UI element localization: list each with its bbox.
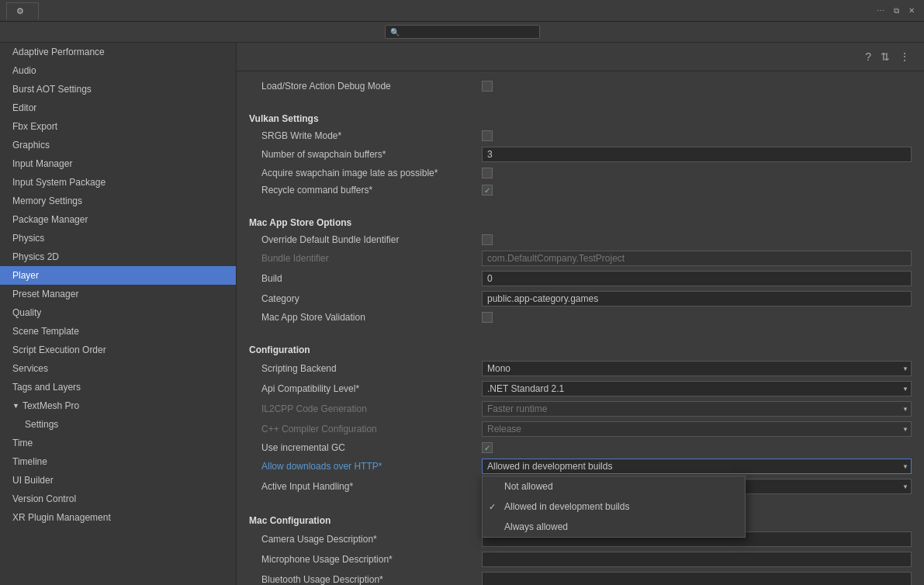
sidebar-item-player[interactable]: Player bbox=[0, 266, 236, 285]
setting-label: Api Compatibility Level* bbox=[249, 383, 482, 394]
setting-row: Scripting BackendMono▼ bbox=[249, 358, 912, 379]
sidebar-item-graphics[interactable]: Graphics bbox=[0, 136, 236, 154]
checkbox[interactable] bbox=[482, 168, 493, 178]
setting-row: Bluetooth Usage Description* bbox=[249, 569, 912, 585]
setting-label: Load/Store Action Debug Mode bbox=[249, 81, 482, 92]
sidebar-item-adaptive-performance[interactable]: Adaptive Performance bbox=[0, 43, 236, 61]
sidebar-item-label: Input System Package bbox=[12, 177, 106, 188]
dropdown-option[interactable]: Always allowed bbox=[483, 517, 745, 537]
setting-label: Bundle Identifier bbox=[249, 253, 482, 264]
sidebar-item-physics-2d[interactable]: Physics 2D bbox=[0, 248, 236, 266]
content-panel: ? ⇅ ⋮ Load/Store Action Debug ModeVulkan… bbox=[237, 43, 924, 585]
sidebar-item-label: Burst AOT Settings bbox=[12, 84, 92, 95]
sidebar-item-services[interactable]: Services bbox=[0, 359, 236, 378]
sidebar-item-label: XR Plugin Management bbox=[12, 512, 111, 523]
setting-row: Recycle command buffers*✓ bbox=[249, 182, 912, 199]
sidebar-item-preset-manager[interactable]: Preset Manager bbox=[0, 285, 236, 303]
dropdown-wrapper: Release▼ bbox=[482, 421, 912, 437]
menu-icon[interactable]: ⋯ bbox=[874, 5, 887, 17]
sidebar-item-quality[interactable]: Quality bbox=[0, 303, 236, 322]
sidebar: Adaptive PerformanceAudioBurst AOT Setti… bbox=[0, 43, 237, 585]
sidebar-item-time[interactable]: Time bbox=[0, 434, 236, 452]
sidebar-item-label: Adaptive Performance bbox=[12, 47, 105, 57]
setting-value bbox=[482, 552, 912, 567]
setting-value: .NET Standard 2.1▼ bbox=[482, 381, 912, 396]
setting-value bbox=[482, 168, 912, 178]
sidebar-item-audio[interactable]: Audio bbox=[0, 61, 236, 80]
help-icon[interactable]: ? bbox=[863, 49, 873, 64]
sidebar-item-label: Services bbox=[12, 363, 48, 374]
sidebar-item-label: Fbx Export bbox=[12, 121, 57, 132]
sidebar-item-input-system[interactable]: Input System Package bbox=[0, 173, 236, 192]
text-input bbox=[482, 251, 912, 266]
setting-value bbox=[482, 271, 912, 286]
sidebar-item-textmesh-settings[interactable]: Settings bbox=[0, 415, 236, 434]
header-icons: ? ⇅ ⋮ bbox=[863, 49, 912, 64]
setting-label: Override Default Bundle Identifier bbox=[249, 234, 482, 245]
checkbox-wrapper bbox=[482, 234, 912, 245]
dropdown-button[interactable]: Mono bbox=[482, 361, 912, 376]
setting-value bbox=[482, 147, 912, 162]
dropdown-popup: Not allowed✓Allowed in development build… bbox=[482, 476, 746, 538]
checkbox-wrapper: ✓ bbox=[482, 442, 912, 453]
checkbox[interactable] bbox=[482, 234, 493, 245]
sidebar-item-label: Audio bbox=[12, 65, 36, 76]
setting-label: Microphone Usage Description* bbox=[249, 554, 482, 565]
sidebar-item-scene-template[interactable]: Scene Template bbox=[0, 322, 236, 341]
sidebar-item-timeline[interactable]: Timeline bbox=[0, 452, 236, 471]
sidebar-item-burst-aot[interactable]: Burst AOT Settings bbox=[0, 80, 236, 99]
checkbox-wrapper: ✓ bbox=[482, 185, 912, 196]
sidebar-item-version-control[interactable]: Version Control bbox=[0, 490, 236, 508]
sidebar-item-ui-builder[interactable]: UI Builder bbox=[0, 471, 236, 490]
setting-label: C++ Compiler Configuration bbox=[249, 424, 482, 434]
sidebar-item-editor[interactable]: Editor bbox=[0, 99, 236, 117]
dropdown-option[interactable]: Not allowed bbox=[483, 476, 745, 497]
dropdown-button[interactable]: .NET Standard 2.1 bbox=[482, 381, 912, 396]
sidebar-item-package-manager[interactable]: Package Manager bbox=[0, 210, 236, 229]
content-scroll[interactable]: Load/Store Action Debug ModeVulkan Setti… bbox=[237, 71, 924, 585]
text-input[interactable] bbox=[482, 572, 912, 585]
checkbox-wrapper bbox=[482, 312, 912, 323]
text-input[interactable] bbox=[482, 147, 912, 162]
sidebar-item-input-manager[interactable]: Input Manager bbox=[0, 154, 236, 173]
title-bar-tab: ⚙ bbox=[6, 2, 39, 19]
sidebar-item-memory-settings[interactable]: Memory Settings bbox=[0, 192, 236, 210]
sidebar-item-fbx-export[interactable]: Fbx Export bbox=[0, 117, 236, 136]
sidebar-item-xr-plugin[interactable]: XR Plugin Management bbox=[0, 508, 236, 527]
restore-button[interactable]: ⧉ bbox=[890, 5, 902, 17]
dropdown-button: Faster runtime bbox=[482, 401, 912, 417]
dropdown-wrapper: Mono▼ bbox=[482, 361, 912, 376]
search-input[interactable] bbox=[400, 27, 535, 36]
sidebar-item-physics[interactable]: Physics bbox=[0, 229, 236, 248]
checkbox[interactable] bbox=[482, 312, 493, 323]
text-input[interactable] bbox=[482, 552, 912, 567]
sidebar-item-script-execution[interactable]: Script Execution Order bbox=[0, 341, 236, 359]
checkbox[interactable] bbox=[482, 130, 493, 141]
more-icon[interactable]: ⋮ bbox=[898, 49, 912, 64]
dropdown-option-label: Allowed in development builds bbox=[504, 501, 629, 512]
sidebar-item-label: UI Builder bbox=[12, 475, 54, 486]
sidebar-item-tags-and-layers[interactable]: Tags and Layers bbox=[0, 378, 236, 396]
setting-value: Release▼ bbox=[482, 421, 912, 437]
section-mac-app-store: Mac App Store OptionsOverride Default Bu… bbox=[237, 205, 924, 332]
checkbox[interactable]: ✓ bbox=[482, 185, 493, 196]
text-input[interactable] bbox=[482, 291, 912, 306]
layout-icon[interactable]: ⇅ bbox=[879, 49, 891, 64]
main-content: Adaptive PerformanceAudioBurst AOT Setti… bbox=[0, 43, 924, 585]
setting-value bbox=[482, 81, 912, 92]
dropdown-option[interactable]: ✓Allowed in development builds bbox=[483, 497, 745, 517]
setting-value: Faster runtime▼ bbox=[482, 401, 912, 417]
dropdown-wrapper: .NET Standard 2.1▼ bbox=[482, 381, 912, 396]
dropdown-button-active[interactable]: Allowed in development builds bbox=[482, 459, 912, 474]
close-button[interactable]: ✕ bbox=[905, 5, 918, 17]
dropdown-wrapper-active: Allowed in development builds▼Not allowe… bbox=[482, 459, 912, 474]
search-icon: 🔍 bbox=[390, 28, 400, 36]
checkbox[interactable] bbox=[482, 81, 493, 92]
checkbox[interactable]: ✓ bbox=[482, 442, 493, 453]
sidebar-item-textmesh-pro[interactable]: ▼TextMesh Pro bbox=[0, 396, 236, 415]
sidebar-item-label: Graphics bbox=[12, 140, 50, 151]
text-input[interactable] bbox=[482, 271, 912, 286]
checkbox-wrapper bbox=[482, 130, 912, 141]
setting-label: SRGB Write Mode* bbox=[249, 130, 482, 141]
setting-value: Mono▼ bbox=[482, 361, 912, 376]
